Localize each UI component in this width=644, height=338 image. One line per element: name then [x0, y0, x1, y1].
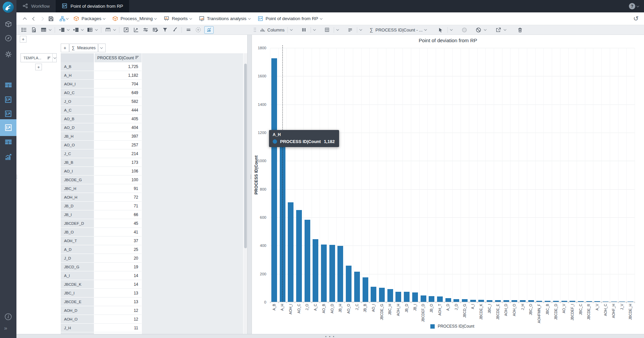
bar-AOH_O[interactable]	[512, 300, 517, 302]
row-header-cell[interactable]: JB_I	[61, 210, 94, 219]
row-value-cell[interactable]: 66	[94, 210, 142, 219]
row-value-cell[interactable]: 37	[94, 236, 142, 245]
add-measure-button[interactable]: +	[61, 44, 69, 52]
row-header-cell[interactable]: J_H	[61, 324, 94, 332]
row-header-cell[interactable]: JBCDE_G	[61, 176, 94, 184]
table-row[interactable]: JB_H397	[61, 132, 142, 141]
analytics-chart-icon[interactable]	[4, 152, 13, 161]
row-value-cell[interactable]: 405	[94, 115, 142, 123]
row-header-cell[interactable]: J_D	[61, 254, 94, 263]
breadcrumb-item[interactable]: Transitions analysis	[199, 16, 251, 21]
row-header-cell[interactable]: JBC_I	[61, 289, 94, 297]
bar-JBCDE_K[interactable]	[478, 300, 484, 302]
row-header-cell[interactable]: AOH_O	[61, 315, 94, 324]
row-header-cell[interactable]: A_I	[61, 271, 94, 280]
table-row[interactable]: A_H1,182	[61, 71, 142, 80]
sidebar-item-active-report[interactable]	[0, 119, 16, 136]
chevron-down-icon[interactable]	[53, 56, 56, 59]
table-row[interactable]: JBCD_G19	[61, 263, 142, 271]
chevron-down-icon[interactable]	[95, 28, 98, 30]
row-header-cell[interactable]: JB_H	[61, 132, 94, 141]
chevron-down-icon[interactable]	[248, 17, 251, 19]
table-row[interactable]: J_H11	[61, 324, 142, 332]
sort-descending-icon[interactable]	[135, 55, 139, 61]
row-value-cell[interactable]: 582	[94, 97, 142, 106]
table-row[interactable]: JBCDE_K14	[61, 280, 142, 289]
chevron-down-icon[interactable]	[189, 17, 192, 19]
save-icon[interactable]	[47, 14, 55, 23]
row-header-cell[interactable]: AOH_I	[61, 80, 94, 88]
row-header-cell[interactable]: AOH_H	[61, 193, 94, 202]
table-row[interactable]: J_D20	[61, 254, 142, 263]
breadcrumb-item[interactable]: Point of deviation from RP	[258, 16, 323, 21]
bar-AO_C[interactable]	[296, 210, 302, 302]
table-row[interactable]: AOH_O12	[61, 315, 142, 324]
bar-JBC_H[interactable]	[387, 289, 393, 302]
bar-JBCDEF_D[interactable]	[421, 295, 426, 302]
bar-J_O[interactable]	[305, 220, 310, 302]
table-row[interactable]: A_C444	[61, 106, 142, 115]
tab-workflow[interactable]: Workflow	[16, 0, 56, 12]
row-value-cell[interactable]: 19	[94, 263, 142, 271]
window-report-icon[interactable]	[122, 26, 130, 33]
grid-icon[interactable]	[323, 26, 331, 33]
chevron-down-icon[interactable]	[424, 28, 427, 30]
help-icon[interactable]: ?	[629, 3, 635, 9]
equals-icon[interactable]	[185, 26, 192, 33]
table-row[interactable]: AOH_I704	[61, 80, 142, 88]
chevron-down-icon[interactable]	[336, 28, 339, 30]
row-header-cell[interactable]: AO_I	[61, 167, 94, 176]
breadcrumb-item[interactable]: Reports	[164, 16, 192, 21]
chevron-down-icon[interactable]	[103, 17, 106, 19]
add-row-icon[interactable]	[72, 26, 79, 33]
row-value-cell[interactable]: 20	[94, 254, 142, 263]
table-column-header[interactable]: PROCESS ID|Count	[95, 53, 142, 62]
panel-divider[interactable]: ⋮	[247, 35, 252, 338]
table-row[interactable]: JBC_I13	[61, 289, 142, 297]
table-row[interactable]: J_O582	[61, 97, 142, 106]
row-header-cell[interactable]: AO_B	[61, 115, 94, 123]
report-icon[interactable]	[4, 95, 13, 104]
table-row[interactable]: JB_D71	[61, 202, 142, 210]
row-value-cell[interactable]: 45	[94, 219, 142, 228]
row-header-cell[interactable]: A_C	[61, 106, 94, 115]
drag-handle-icon[interactable]	[253, 26, 257, 33]
chevron-down-icon[interactable]	[290, 28, 293, 30]
bar-JBC_I[interactable]	[487, 300, 492, 302]
row-header-cell[interactable]: JB_D	[61, 202, 94, 210]
breadcrumb-item[interactable]: Packages	[73, 16, 106, 21]
brush-icon[interactable]	[171, 26, 178, 33]
row-header-cell[interactable]: JBCDEF_D	[61, 219, 94, 228]
add-tab-button[interactable]: +	[20, 36, 26, 43]
bar-JBCDE_G[interactable]	[379, 288, 385, 302]
row-header-cell[interactable]: A_B	[61, 62, 94, 71]
table-row[interactable]: AO_O257	[61, 141, 142, 149]
row-value-cell[interactable]: 41	[94, 228, 142, 236]
table-row[interactable]: JB_B173	[61, 158, 142, 167]
three-columns-icon[interactable]	[300, 26, 308, 33]
bar-AOH_I[interactable]	[288, 202, 293, 302]
panel-resize-handle[interactable]: ⋮	[15, 176, 19, 178]
chart-view-button[interactable]	[204, 26, 214, 34]
sliders-icon[interactable]	[142, 26, 149, 33]
vertical-scrollbar[interactable]	[244, 53, 247, 338]
forward-icon[interactable]	[38, 14, 47, 23]
trash-icon[interactable]	[517, 26, 524, 33]
add-circle-icon[interactable]	[195, 26, 202, 33]
table-row[interactable]: JBCDE_G100	[61, 176, 142, 184]
row-header-cell[interactable]: A_H	[61, 71, 94, 80]
row-value-cell[interactable]: 1,182	[94, 71, 142, 80]
expand-sidebar-icon[interactable]: »	[4, 325, 13, 332]
table-row[interactable]: A_B1,725	[61, 62, 142, 71]
data-table-icon[interactable]	[4, 137, 13, 146]
bar-JB_D[interactable]	[404, 292, 410, 302]
table-row[interactable]: JB_O41	[61, 228, 142, 236]
row-header-cell[interactable]: AO_C	[61, 88, 94, 97]
bar-JBCDE_E[interactable]	[495, 300, 501, 302]
table-row[interactable]: JBCDEF_D45	[61, 219, 142, 228]
row-header-cell[interactable]: AOH_T	[61, 236, 94, 245]
table-row[interactable]: AO_I106	[61, 167, 142, 176]
chevron-down-icon[interactable]	[503, 28, 506, 30]
block-icon[interactable]	[475, 26, 482, 33]
bar-AO_O[interactable]	[346, 266, 352, 302]
